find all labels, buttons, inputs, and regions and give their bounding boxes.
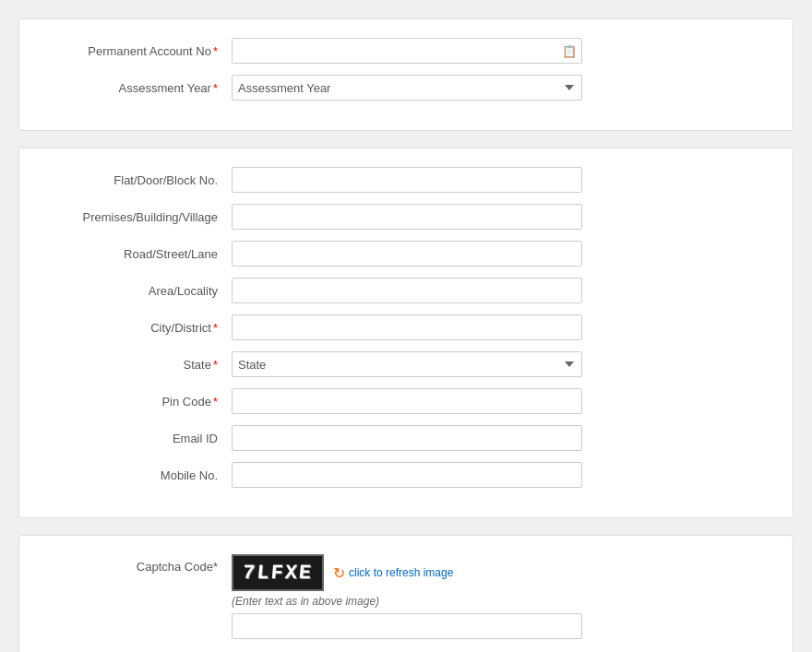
refresh-label: click to refresh image bbox=[349, 566, 453, 579]
pan-label: Permanent Account No* bbox=[47, 44, 232, 58]
captcha-input[interactable] bbox=[232, 613, 582, 639]
captcha-row: Captcha Code* 7LFXE ↻ click to refresh i… bbox=[47, 554, 765, 639]
assessment-year-label: Assessment Year* bbox=[47, 81, 232, 95]
premises-input[interactable] bbox=[232, 204, 582, 230]
refresh-icon: ↻ bbox=[333, 564, 345, 582]
mobile-input[interactable] bbox=[232, 462, 582, 488]
flat-door-row: Flat/Door/Block No. bbox=[47, 167, 765, 193]
captcha-refresh-button[interactable]: ↻ click to refresh image bbox=[333, 564, 453, 582]
premises-row: Premises/Building/Village bbox=[47, 204, 765, 230]
pincode-label: Pin Code* bbox=[47, 395, 232, 409]
captcha-text: 7LFXE bbox=[242, 562, 314, 585]
city-input[interactable] bbox=[232, 314, 582, 340]
email-row: Email ID bbox=[47, 425, 765, 451]
city-row: City/District* bbox=[47, 314, 765, 340]
captcha-label: Captcha Code* bbox=[47, 554, 232, 574]
flat-door-label: Flat/Door/Block No. bbox=[47, 173, 232, 187]
area-label: Area/Locality bbox=[47, 284, 232, 298]
captcha-image-row: 7LFXE ↻ click to refresh image bbox=[232, 554, 765, 591]
pan-section: Permanent Account No* 📋 Assessment Year*… bbox=[18, 18, 794, 131]
captcha-section: Captcha Code* 7LFXE ↻ click to refresh i… bbox=[18, 535, 794, 652]
email-label: Email ID bbox=[47, 432, 232, 445]
city-label: City/District* bbox=[47, 321, 232, 335]
road-row: Road/Street/Lane bbox=[47, 241, 765, 267]
state-label: State* bbox=[47, 358, 232, 372]
area-row: Area/Locality bbox=[47, 278, 765, 303]
email-input[interactable] bbox=[232, 425, 582, 451]
captcha-hint: (Enter text as in above image) bbox=[232, 595, 765, 608]
assessment-year-row: Assessment Year* Assessment Year bbox=[47, 75, 765, 101]
captcha-content: 7LFXE ↻ click to refresh image (Enter te… bbox=[232, 554, 765, 639]
captcha-image: 7LFXE bbox=[232, 554, 324, 591]
mobile-label: Mobile No. bbox=[47, 468, 232, 482]
area-input[interactable] bbox=[232, 278, 582, 303]
state-row: State* State bbox=[47, 351, 765, 377]
pan-input[interactable] bbox=[232, 38, 582, 64]
pan-input-wrapper: 📋 bbox=[232, 38, 582, 64]
address-section: Flat/Door/Block No. Premises/Building/Vi… bbox=[18, 148, 794, 518]
mobile-row: Mobile No. bbox=[47, 462, 765, 488]
calendar-icon: 📋 bbox=[562, 44, 577, 58]
pincode-row: Pin Code* bbox=[47, 388, 765, 414]
road-input[interactable] bbox=[232, 241, 582, 267]
state-select[interactable]: State bbox=[232, 351, 582, 377]
flat-door-input[interactable] bbox=[232, 167, 582, 193]
premises-label: Premises/Building/Village bbox=[47, 210, 232, 224]
pan-row: Permanent Account No* 📋 bbox=[47, 38, 765, 64]
pincode-input[interactable] bbox=[232, 388, 582, 414]
assessment-year-select[interactable]: Assessment Year bbox=[232, 75, 582, 101]
road-label: Road/Street/Lane bbox=[47, 247, 232, 261]
